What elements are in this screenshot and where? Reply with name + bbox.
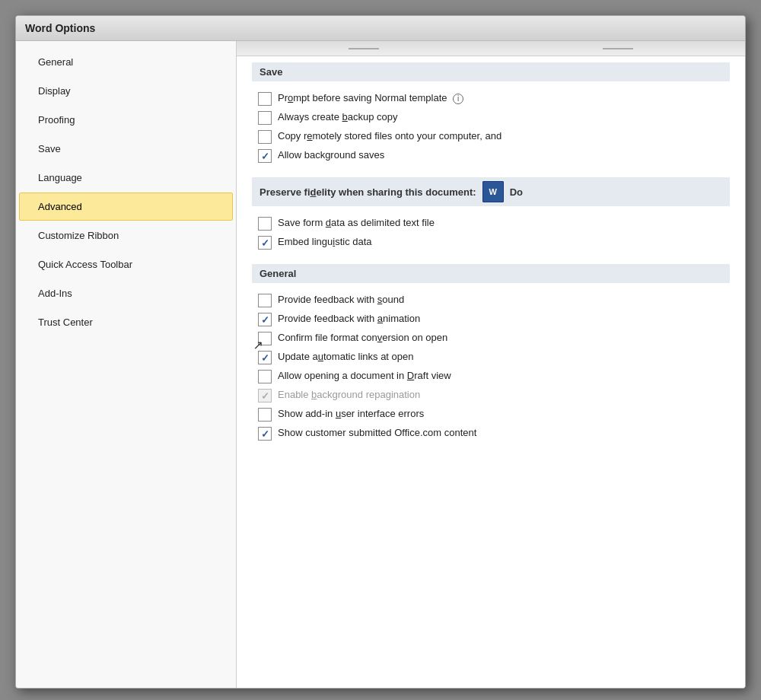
sidebar-item-general[interactable]: General: [19, 48, 233, 76]
dialog-title: Word Options: [25, 22, 95, 34]
checkbox-update-links[interactable]: ✓: [258, 351, 272, 364]
checkbox-embed-linguistic[interactable]: ✓: [258, 236, 272, 250]
save-section-header: Save: [252, 62, 730, 81]
sidebar-item-language[interactable]: Language: [19, 164, 233, 192]
checkbox-feedback-animation[interactable]: ✓: [258, 313, 272, 326]
checkbox-background-repagination[interactable]: ✓: [258, 389, 272, 402]
checkmark-update-links: ✓: [261, 353, 269, 363]
checkmark-background-repagination: ✓: [261, 391, 269, 401]
checkbox-row-update-links: ✓ Update automatic links at open: [252, 348, 730, 367]
checkbox-confirm-format[interactable]: [258, 332, 272, 345]
checkbox-copy-remote[interactable]: [258, 130, 272, 144]
checkbox-row-allow-draft: Allow opening a document in Draft view: [252, 367, 730, 386]
scroll-indicator: [237, 41, 745, 56]
checkbox-row-background-repagination: ✓ Enable background repagination: [252, 386, 730, 405]
main-content: Save Prompt before saving Normal templat…: [237, 41, 745, 688]
label-always-backup: Always create backup copy: [278, 110, 724, 124]
label-update-links: Update automatic links at open: [278, 350, 724, 364]
checkmark-feedback-animation: ✓: [261, 315, 269, 325]
fidelity-doc-label: Do: [510, 186, 523, 198]
save-section: Save Prompt before saving Normal templat…: [252, 62, 730, 165]
label-confirm-format: ↖ Confirm file format conversion on open: [278, 331, 724, 345]
checkbox-prompt-before-saving[interactable]: [258, 92, 272, 106]
sidebar-item-trust-center[interactable]: Trust Center: [19, 308, 233, 336]
word-options-dialog: Word Options GeneralDisplayProofingSaveL…: [15, 15, 746, 689]
checkbox-row-feedback-sound: Provide feedback with sound: [252, 291, 730, 310]
sidebar-item-save[interactable]: Save: [19, 135, 233, 163]
checkmark-allow-background-saves: ✓: [261, 151, 269, 161]
label-save-form-data: Save form data as delimited text file: [278, 216, 724, 230]
dialog-body: GeneralDisplayProofingSaveLanguageAdvanc…: [16, 41, 745, 688]
label-prompt-before-saving: Prompt before saving Normal template i: [278, 91, 724, 105]
sidebar-item-display[interactable]: Display: [19, 77, 233, 105]
checkbox-row-prompt: Prompt before saving Normal template i: [252, 89, 730, 108]
content-area: Save Prompt before saving Normal templat…: [237, 56, 745, 470]
checkmark-embed-linguistic: ✓: [261, 238, 269, 248]
checkbox-show-customer-submitted[interactable]: ✓: [258, 427, 272, 441]
label-allow-background-saves: Allow background saves: [278, 148, 724, 162]
checkbox-row-backup: Always create backup copy: [252, 108, 730, 127]
fidelity-section: Preserve fidelity when sharing this docu…: [252, 177, 730, 252]
info-icon-prompt[interactable]: i: [453, 94, 463, 104]
checkbox-row-embed-linguistic: ✓ Embed linguistic data: [252, 233, 730, 252]
checkbox-row-confirm-format: ↖ Confirm file format conversion on open: [252, 329, 730, 348]
sidebar-item-quick-access-toolbar[interactable]: Quick Access Toolbar: [19, 250, 233, 278]
sidebar-item-proofing[interactable]: Proofing: [19, 106, 233, 134]
label-feedback-animation: Provide feedback with animation: [278, 312, 724, 326]
checkbox-row-allow-background: ✓ Allow background saves: [252, 146, 730, 165]
scroll-line-1: [349, 48, 379, 49]
checkbox-row-show-addin-errors: Show add-in user interface errors: [252, 405, 730, 424]
checkbox-row-copy-remote: Copy remotely stored files onto your com…: [252, 127, 730, 146]
checkbox-feedback-sound[interactable]: [258, 294, 272, 307]
sidebar-item-advanced[interactable]: Advanced: [19, 192, 233, 221]
fidelity-header-text: Preserve fidelity when sharing this docu…: [260, 186, 476, 198]
label-allow-draft: Allow opening a document in Draft view: [278, 369, 724, 383]
label-show-addin-errors: Show add-in user interface errors: [278, 407, 724, 421]
sidebar-item-customize-ribbon[interactable]: Customize Ribbon: [19, 221, 233, 250]
checkmark-show-customer-submitted: ✓: [261, 429, 269, 439]
general-section-header: General: [252, 264, 730, 283]
scroll-line-2: [603, 48, 633, 49]
checkbox-show-addin-errors[interactable]: [258, 408, 272, 422]
word-doc-icon: W: [482, 181, 504, 202]
checkbox-allow-background-saves[interactable]: ✓: [258, 149, 272, 163]
checkbox-save-form-data[interactable]: [258, 217, 272, 231]
checkbox-always-backup[interactable]: [258, 111, 272, 125]
checkbox-allow-draft[interactable]: [258, 370, 272, 383]
checkbox-row-show-customer-submitted: ✓ Show customer submitted Office.com con…: [252, 424, 730, 443]
sidebar: GeneralDisplayProofingSaveLanguageAdvanc…: [16, 41, 237, 688]
label-feedback-sound: Provide feedback with sound: [278, 293, 724, 307]
fidelity-section-header: Preserve fidelity when sharing this docu…: [252, 177, 730, 206]
label-background-repagination: Enable background repagination: [278, 388, 724, 402]
dialog-titlebar: Word Options: [16, 16, 745, 41]
label-show-customer-submitted: Show customer submitted Office.com conte…: [278, 426, 724, 440]
checkbox-row-feedback-animation: ✓ Provide feedback with animation: [252, 310, 730, 329]
sidebar-item-add-ins[interactable]: Add-Ins: [19, 279, 233, 307]
label-copy-remote: Copy remotely stored files onto your com…: [278, 129, 724, 143]
label-embed-linguistic: Embed linguistic data: [278, 235, 724, 249]
checkbox-row-save-form-data: Save form data as delimited text file: [252, 214, 730, 233]
general-section: General Provide feedback with sound ✓ Pr…: [252, 264, 730, 443]
